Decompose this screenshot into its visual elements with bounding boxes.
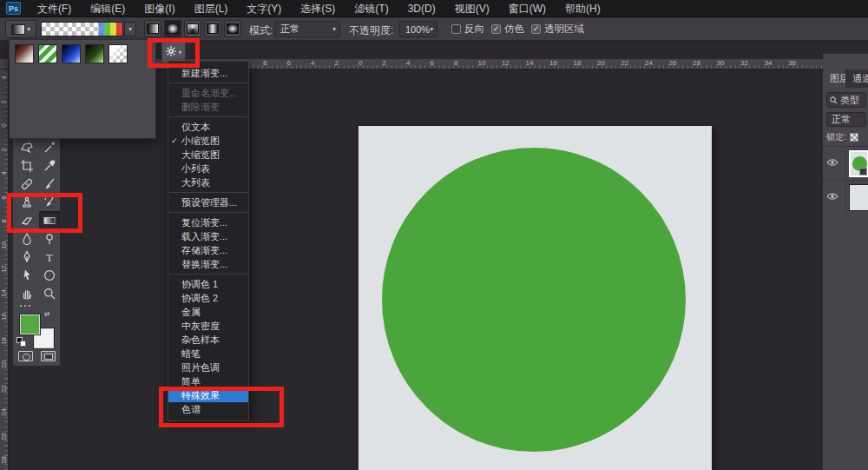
menu-item-小缩览图[interactable]: ✓小缩览图 <box>168 134 248 148</box>
quick-mask-button[interactable] <box>18 351 33 361</box>
menu-item-复位渐变[interactable]: 复位渐变... <box>168 215 248 229</box>
menu-item-载入渐变[interactable]: 载入渐变... <box>168 229 248 243</box>
swap-colors-icon[interactable]: ⇄ <box>44 310 50 318</box>
menubar-item[interactable]: 选择(S) <box>291 3 345 15</box>
ruler-number: 28 <box>0 456 8 465</box>
annotation-box-tools <box>7 193 82 233</box>
layer-thumbnail-background-layer[interactable] <box>849 184 868 211</box>
options-bar: ▾ ▾ 模式: 正常 ▾ 不透明度: 100% ▾ 反向✓仿色✓透明区域 <box>0 17 868 41</box>
dark-green-gradient-thumb[interactable] <box>85 44 104 63</box>
polygonal-lasso-tool[interactable] <box>16 138 37 156</box>
ruler-number: 2 <box>0 97 8 106</box>
crop-tool[interactable] <box>16 156 37 175</box>
tab-layers[interactable]: 图层 <box>823 70 845 88</box>
hand-tool[interactable] <box>16 284 37 302</box>
gradient-picker-panel <box>9 39 156 139</box>
transparent-gradient-thumb[interactable] <box>108 44 128 63</box>
blur-tool-icon <box>20 232 34 246</box>
menu-item-新建渐变[interactable]: 新建渐变... <box>168 66 248 80</box>
zoom-tool[interactable] <box>39 284 60 302</box>
layer-row[interactable] <box>823 180 868 214</box>
menubar-item[interactable]: 3D(D) <box>398 3 445 15</box>
layer-thumbnail-green-circle-layer[interactable] <box>849 150 868 177</box>
ruler-number: 32 <box>740 59 748 67</box>
check-icon: ✓ <box>171 134 178 148</box>
magic-wand-tool[interactable] <box>39 138 60 156</box>
menu-item-蜡笔[interactable]: 蜡笔 <box>168 347 248 361</box>
photoshop-logo-icon[interactable]: Ps <box>6 2 21 15</box>
edit-toolbar-icon[interactable] <box>20 303 37 308</box>
tool-preset-picker[interactable]: ▾ <box>5 20 36 38</box>
menu-item-协调色 1[interactable]: 协调色 1 <box>168 277 248 291</box>
menu-item-协调色 2[interactable]: 协调色 2 <box>168 291 248 305</box>
brush-tool[interactable] <box>39 175 60 193</box>
opacity-select[interactable]: 100% ▾ <box>399 21 437 37</box>
pen-tool[interactable] <box>16 248 37 266</box>
foreground-color-swatch[interactable] <box>20 314 40 334</box>
default-colors-icon[interactable] <box>16 337 27 348</box>
path-selection-tool[interactable] <box>16 266 37 284</box>
tab-channels[interactable]: 通道 <box>845 70 868 88</box>
lock-transparency-icon[interactable] <box>850 133 858 142</box>
menubar-item[interactable]: 文字(Y) <box>237 3 291 15</box>
type-tool[interactable]: T <box>39 248 60 266</box>
menu-item-替换渐变[interactable]: 替换渐变... <box>168 257 248 271</box>
checkbox-仿色[interactable]: ✓仿色 <box>491 23 524 36</box>
menu-item-杂色样本[interactable]: 杂色样本 <box>168 333 248 347</box>
checkbox-反向[interactable]: 反向 <box>451 23 484 36</box>
menubar-item[interactable]: 帮助(H) <box>556 3 610 15</box>
angle-gradient-button-icon <box>187 23 199 34</box>
screen-mode-button[interactable] <box>41 351 56 361</box>
menu-item-照片色调[interactable]: 照片色调 <box>168 361 248 374</box>
menubar-item[interactable]: 窗口(W) <box>499 3 556 15</box>
visibility-eye-icon[interactable] <box>826 191 838 203</box>
menubar-item[interactable]: 图层(L) <box>185 3 238 15</box>
ruler-number: 18 <box>0 336 8 345</box>
layer-row[interactable] <box>823 146 868 180</box>
menu-item-金属[interactable]: 金属 <box>168 305 248 319</box>
ellipse-tool[interactable] <box>39 266 60 284</box>
menu-item-存储渐变[interactable]: 存储渐变... <box>168 243 248 257</box>
menubar-item[interactable]: 视图(V) <box>445 3 499 15</box>
mode-select[interactable]: 正常 ▾ <box>274 21 340 37</box>
angle-gradient-button[interactable] <box>184 20 201 37</box>
menu-item-大列表[interactable]: 大列表 <box>168 175 248 189</box>
layer-filter-field[interactable]: 类型 <box>826 92 866 108</box>
blend-mode-select[interactable]: 正常 <box>826 112 866 127</box>
ruler-number: 4 <box>406 59 410 67</box>
menu-item-大缩览图[interactable]: 大缩览图 <box>168 148 248 162</box>
lock-label: 锁定: <box>826 131 846 143</box>
checkbox-icon[interactable]: ✓ <box>491 24 501 34</box>
menu-item-仅文本[interactable]: 仅文本 <box>168 120 248 134</box>
menu-item-中灰密度[interactable]: 中灰密度 <box>168 319 248 333</box>
menubar-item[interactable]: 滤镜(T) <box>345 3 398 15</box>
lock-row: 锁定: <box>826 131 858 143</box>
visibility-eye-icon[interactable] <box>826 157 838 169</box>
healing-brush-tool[interactable] <box>16 175 37 193</box>
linear-gradient-button[interactable] <box>144 20 161 37</box>
black-to-white-gradient-thumb[interactable] <box>15 44 34 63</box>
menu-item-预设管理器[interactable]: 预设管理器... <box>168 195 248 209</box>
menubar-item[interactable]: 图像(I) <box>135 3 184 15</box>
checkbox-icon[interactable]: ✓ <box>531 24 541 34</box>
menu-item-小列表[interactable]: 小列表 <box>168 162 248 175</box>
vertical-ruler: 420246810121416182022242628 <box>0 70 9 470</box>
chevron-down-icon: ▾ <box>128 26 132 33</box>
gradient-picker-open-button[interactable]: ▾ <box>124 22 136 36</box>
green-stripes-gradient-thumb[interactable] <box>38 44 57 63</box>
checkbox-透明区域[interactable]: ✓透明区域 <box>531 23 584 36</box>
menubar-item[interactable]: 编辑(E) <box>81 3 135 15</box>
radial-gradient-button-icon <box>167 23 179 34</box>
menubar-item[interactable]: 文件(F) <box>28 3 81 15</box>
blue-gradient-thumb[interactable] <box>62 44 81 63</box>
checkbox-icon[interactable] <box>451 24 461 34</box>
diamond-gradient-button[interactable] <box>224 20 241 37</box>
green-circle-shape <box>382 148 686 452</box>
gradient-preview[interactable] <box>41 22 123 36</box>
canvas[interactable] <box>358 126 712 470</box>
ruler-corner <box>0 59 9 70</box>
eyedropper-tool[interactable] <box>39 156 60 175</box>
opacity-label: 不透明度: <box>349 23 393 38</box>
reflected-gradient-button[interactable] <box>204 20 221 37</box>
radial-gradient-button[interactable] <box>164 20 181 37</box>
